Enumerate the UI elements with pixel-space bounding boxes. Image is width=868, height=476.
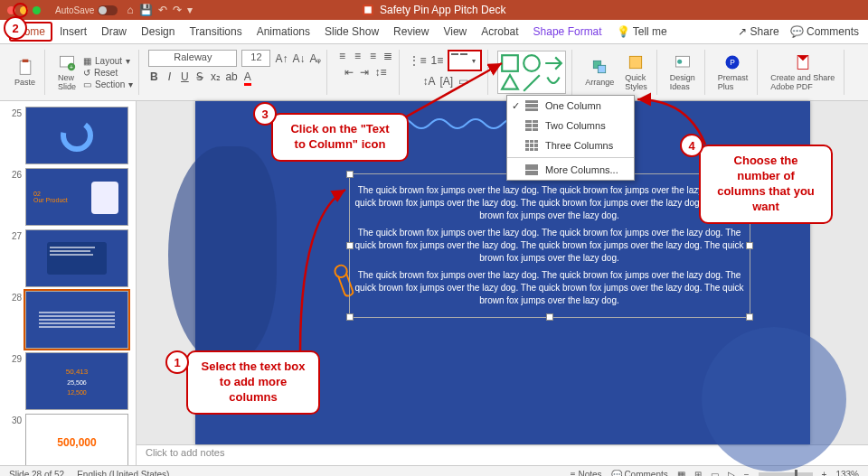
tab-insert[interactable]: Insert [52, 22, 94, 42]
decrease-font-icon[interactable]: A↓ [292, 52, 305, 65]
annotation-badge-3: 3 [253, 102, 277, 126]
smartart-icon[interactable]: ▭ [458, 75, 468, 88]
layout-button[interactable]: ▦ Layout ▾ [83, 56, 133, 66]
highlight-icon[interactable]: ab [225, 70, 237, 83]
undo-icon[interactable]: ↶ [158, 4, 167, 16]
save-icon[interactable]: 💾 [139, 4, 153, 16]
textbox-paragraph[interactable]: The quick brown fox jumps over the lazy … [355, 269, 744, 307]
tell-me-search[interactable]: 💡 Tell me [609, 22, 675, 42]
thumbnail-30[interactable]: 500,000 [25, 414, 128, 465]
comments-button[interactable]: 💬 Comments [790, 25, 859, 38]
textbox-paragraph[interactable]: The quick brown fox jumps over the lazy … [355, 184, 744, 222]
numbering-icon[interactable]: 1≡ [430, 54, 443, 67]
shapes-gallery[interactable] [497, 51, 566, 94]
new-slide-button[interactable]: + New Slide [54, 51, 80, 93]
thumbnail-27[interactable] [25, 229, 128, 287]
tab-view[interactable]: View [436, 22, 474, 42]
textbox-paragraph[interactable]: The quick brown fox jumps over the lazy … [355, 227, 744, 265]
indent-dec-icon[interactable]: ⇤ [344, 66, 354, 79]
thumbnail-25[interactable] [25, 107, 128, 164]
resize-handle[interactable] [346, 313, 354, 321]
maximize-window-icon[interactable] [33, 6, 41, 14]
redo-icon[interactable]: ↷ [173, 4, 182, 16]
justify-icon[interactable]: ≣ [382, 50, 393, 62]
zoom-in-icon[interactable]: + [822, 470, 827, 477]
paste-button[interactable]: Paste [11, 56, 39, 89]
thumb-num: 27 [5, 229, 22, 241]
clear-format-icon[interactable]: Aᵩ [309, 52, 321, 65]
zoom-slider[interactable] [759, 472, 813, 476]
underline-icon[interactable]: U [179, 70, 190, 83]
svg-rect-7 [502, 55, 518, 71]
align-center-icon[interactable]: ≡ [352, 50, 363, 62]
tab-transitions[interactable]: Transitions [182, 22, 249, 42]
bullets-icon[interactable]: ⋮≡ [409, 54, 426, 67]
increase-font-icon[interactable]: A↑ [275, 52, 288, 65]
indent-inc-icon[interactable]: ⇥ [359, 66, 370, 79]
resize-handle[interactable] [346, 171, 354, 178]
svg-point-8 [524, 55, 540, 71]
columns-more[interactable]: More Columns... [507, 160, 634, 180]
font-color-icon[interactable]: A [242, 70, 253, 83]
align-text-icon[interactable]: [A] [439, 75, 453, 88]
language-indicator[interactable]: English (United States) [77, 470, 169, 477]
normal-view-icon[interactable]: ▦ [677, 470, 685, 477]
resize-handle[interactable] [546, 313, 553, 321]
align-right-icon[interactable]: ≡ [367, 50, 378, 62]
annotation-callout-3: Click on the "Text to Column" icon [271, 113, 409, 162]
premast-button[interactable]: PPremast Plus [714, 51, 752, 93]
tab-design[interactable]: Design [134, 22, 182, 42]
autosave-toggle[interactable] [98, 5, 118, 15]
thumbnail-26[interactable]: 02Our Product [25, 168, 128, 226]
arrange-button[interactable]: Arrange [581, 56, 618, 89]
slideshow-view-icon[interactable]: ▷ [728, 470, 735, 477]
svg-rect-0 [363, 5, 373, 15]
adobe-pdf-button[interactable]: Create and Share Adobe PDF [767, 51, 838, 93]
columns-one[interactable]: ✓ One Column [507, 96, 634, 116]
columns-three[interactable]: Three Columns [507, 135, 634, 155]
bold-icon[interactable]: B [148, 70, 159, 83]
resize-handle[interactable] [746, 242, 753, 249]
comments-toggle[interactable]: 💬 Comments [611, 470, 668, 477]
zoom-out-icon[interactable]: − [744, 470, 750, 477]
slide-thumbnails-panel[interactable]: 25 2602Our Product 27 28 2950,41325,5061… [0, 101, 137, 465]
line-spacing-icon[interactable]: ↕≡ [374, 66, 386, 79]
quick-styles-button[interactable]: Quick Styles [621, 51, 651, 93]
thumb-num: 28 [5, 291, 22, 303]
status-bar: Slide 28 of 52 English (United States) ≡… [0, 465, 868, 476]
selected-textbox[interactable]: The quick brown fox jumps over the lazy … [349, 173, 750, 318]
resize-handle[interactable] [346, 242, 354, 249]
tab-animations[interactable]: Animations [250, 22, 317, 42]
annotation-callout-1: Select the text box to add more columns [186, 350, 320, 415]
home-icon[interactable]: ⌂ [127, 4, 133, 16]
italic-icon[interactable]: I [164, 70, 175, 83]
ribbon-tabs: Home Insert Draw Design Transitions Anim… [0, 20, 868, 44]
tab-review[interactable]: Review [386, 22, 436, 42]
thumbnail-28[interactable] [25, 291, 128, 349]
text-columns-button[interactable]: ▾ [448, 50, 482, 71]
reset-button[interactable]: ↺ Reset [83, 68, 133, 78]
tab-acrobat[interactable]: Acrobat [474, 22, 525, 42]
tab-shape-format[interactable]: Shape Format [526, 22, 609, 42]
columns-two[interactable]: Two Columns [507, 116, 634, 135]
tab-slideshow[interactable]: Slide Show [317, 22, 386, 42]
strike-icon[interactable]: S̶ [194, 70, 205, 83]
font-family-select[interactable]: Raleway [148, 50, 237, 67]
zoom-level[interactable]: 133% [835, 470, 859, 477]
qat-more-icon[interactable]: ▾ [187, 4, 193, 16]
notes-toggle[interactable]: ≡ Notes [571, 470, 602, 477]
thumbnail-29[interactable]: 50,41325,50612,500 [25, 352, 128, 410]
svg-text:+: + [70, 64, 73, 70]
subscript-icon[interactable]: x₂ [210, 70, 221, 83]
design-ideas-button[interactable]: Design Ideas [666, 51, 699, 93]
resize-handle[interactable] [746, 313, 753, 321]
sorter-view-icon[interactable]: ⊞ [694, 470, 702, 477]
section-button[interactable]: ▭ Section ▾ [83, 79, 133, 89]
share-button[interactable]: ↗ Share [738, 25, 778, 38]
tab-draw[interactable]: Draw [94, 22, 134, 42]
align-left-icon[interactable]: ≡ [336, 50, 347, 62]
text-direction-icon[interactable]: ↕A [422, 75, 435, 88]
font-size-select[interactable]: 12 [241, 50, 270, 67]
quick-access-toolbar: ⌂ 💾 ↶ ↷ ▾ [127, 4, 192, 16]
reading-view-icon[interactable]: ▭ [711, 470, 719, 477]
